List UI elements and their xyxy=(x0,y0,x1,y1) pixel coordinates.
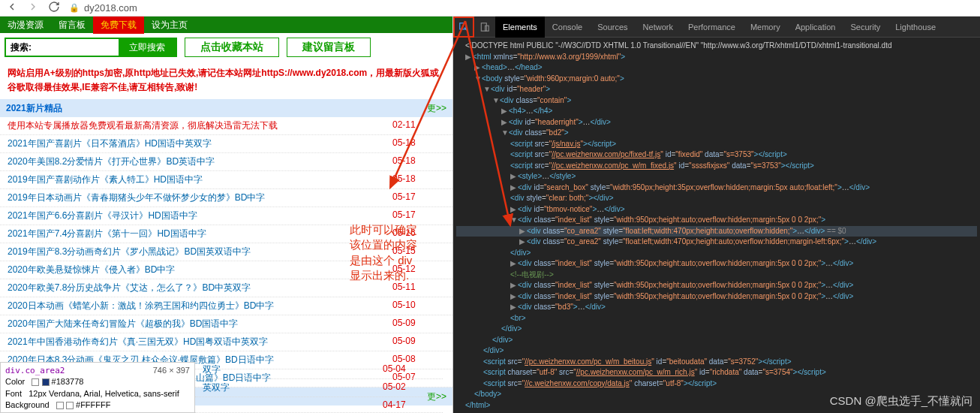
movie-title: 2021年中国香港动作奇幻片《真·三国无双》HD国粤双语中英双字 xyxy=(8,336,268,348)
devtools-tabs: ElementsConsoleSourcesNetworkPerformance… xyxy=(453,17,980,38)
page-content: 动漫资源 留言板 免费下载 设为主页 搜索: 立即搜索 点击收藏本站 建议留言板… xyxy=(0,17,453,413)
section-title: 2021新片精品 xyxy=(6,102,62,115)
movie-date: 05-09 xyxy=(392,336,445,348)
movie-date: 05-02 xyxy=(383,381,435,394)
movie-title: 2021年国产喜剧片《日不落酒店》HD国语中英双字 xyxy=(8,137,212,150)
list-item[interactable]: 双字05-04 xyxy=(195,361,443,379)
movie-title: 2021年国产7.4分喜剧片《第十一回》HD国语中字 xyxy=(8,228,206,240)
movie-date: 05-17 xyxy=(392,191,445,204)
list-item[interactable]: 2020日本动画《蜡笔小新：激战！涂鸦王国和约四位勇士》BD中字05-10 xyxy=(0,297,452,315)
reload-icon[interactable] xyxy=(48,1,60,15)
list-item[interactable]: 2020年美国8.2分爱情片《打开心世界》BD英语中字05-18 xyxy=(0,153,452,171)
movie-date: 05-17 xyxy=(392,210,445,222)
devtools-tab-sources[interactable]: Sources xyxy=(590,17,635,38)
movie-date: 05-10 xyxy=(392,300,445,312)
color-swatch-icon xyxy=(42,378,50,386)
movie-title: 双字 xyxy=(203,363,221,376)
dom-tree[interactable]: <!DOCTYPE html PUBLIC "-//W3C//DTD XHTML… xyxy=(453,38,980,413)
movie-title: 2020年欧美悬疑惊悚片《侵入者》BD中字 xyxy=(8,264,175,276)
movie-date: 04-17 xyxy=(383,399,435,410)
movie-title: 2020年欧美7.8分历史战争片《艾达，怎么了？》BD中英双字 xyxy=(8,282,251,294)
search-label: 搜索: xyxy=(6,40,36,56)
list-item[interactable]: 2020年国产大陆来任奇幻冒险片《超极的我》BD国语中字05-09 xyxy=(0,315,452,333)
url-text: dy2018.com xyxy=(84,2,137,14)
movie-date: 05-18 xyxy=(392,137,445,150)
suggest-button[interactable]: 建议留言板 xyxy=(287,38,371,57)
forward-icon[interactable] xyxy=(27,1,39,15)
white-swatch-icon xyxy=(66,402,74,409)
device-toolbar-icon[interactable] xyxy=(474,17,495,38)
devtools-tab-memory[interactable]: Memory xyxy=(743,17,788,38)
top-nav: 动漫资源 留言板 免费下载 设为主页 xyxy=(0,17,452,33)
inspect-element-icon[interactable] xyxy=(453,17,474,38)
nav-free[interactable]: 免费下载 xyxy=(93,17,144,34)
movie-date: 02-11 xyxy=(392,119,445,132)
https-notice: 网站启用A+级别的https加密,原http地址已失效,请记住本站网址httpS… xyxy=(0,62,452,99)
list-item[interactable]: 使用本站专属播放器免费观看最新高清资源，彻底解决迅雷无法下载02-11 xyxy=(0,117,452,135)
nav-anime[interactable]: 动漫资源 xyxy=(0,19,51,32)
movie-title: 2020年美国8.2分爱情片《打开心世界》BD英语中字 xyxy=(8,155,215,168)
devtools-tab-lighthouse[interactable]: Lighthouse xyxy=(888,17,943,38)
search-box: 搜索: 立即搜索 xyxy=(5,38,177,57)
devtools-tab-performance[interactable]: Performance xyxy=(681,17,743,38)
movie-title: 使用本站专属播放器免费观看最新高清资源，彻底解决迅雷无法下载 xyxy=(8,119,278,132)
list-item[interactable]: 2021年国产喜剧片《日不落酒店》HD国语中英双字05-18 xyxy=(0,135,452,153)
back-icon[interactable] xyxy=(6,1,18,15)
address-bar[interactable]: 🔒 dy2018.com xyxy=(69,2,137,14)
nav-home[interactable]: 设为主页 xyxy=(144,19,195,32)
devtools-tab-security[interactable]: Security xyxy=(843,17,888,38)
svg-rect-1 xyxy=(481,23,486,31)
nav-board[interactable]: 留言板 xyxy=(51,19,93,32)
search-input[interactable] xyxy=(36,39,119,56)
movie-title: 2020日本动画《蜡笔小新：激战！涂鸦王国和约四位勇士》BD中字 xyxy=(8,300,274,312)
list-item[interactable]: 2019年国产喜剧动作片《素人特工》HD国语中字05-18 xyxy=(0,171,452,189)
list-item[interactable]: 2021年中国香港动作奇幻片《真·三国无双》HD国粤双语中英双字05-09 xyxy=(0,333,452,351)
list-item[interactable]: 04-17 xyxy=(195,397,443,413)
movie-date: 05-11 xyxy=(392,282,445,294)
annotation-text: 此时可以确定该位置的内容是由这个 div显示出来的. xyxy=(350,222,417,283)
movie-title: 英双字 xyxy=(203,381,230,394)
movie-date: 05-18 xyxy=(392,173,445,186)
more-link[interactable]: 更>> xyxy=(427,102,446,115)
devtools-panel: ElementsConsoleSourcesNetworkPerformance… xyxy=(453,17,980,413)
movie-date: 05-09 xyxy=(392,318,445,330)
movie-title: 2019年国产8.3分动画奇幻片《罗小黑战记》BD国英双语中字 xyxy=(8,246,251,258)
devtools-styles-panel: div.co_area2 746 × 397 Color #183778 Fon… xyxy=(0,362,195,413)
movie-title: 2019年日本动画片《青春期猪头少年不做怀梦少女的梦》BD中字 xyxy=(8,191,265,204)
devtools-tab-elements[interactable]: Elements xyxy=(495,17,545,38)
devtools-tab-application[interactable]: Application xyxy=(788,17,843,38)
movie-title: 2021年国产6.6分喜剧片《寻汉计》HD国语中字 xyxy=(8,210,197,222)
style-dimensions: 746 × 397 xyxy=(153,365,190,376)
movie-title: 2020年国产大陆来任奇幻冒险片《超极的我》BD国语中字 xyxy=(8,318,238,330)
browser-toolbar: 🔒 dy2018.com xyxy=(0,0,980,17)
devtools-tab-network[interactable]: Network xyxy=(636,17,681,38)
movie-list-2: 双字05-04英双字05-0204-17 xyxy=(195,361,443,413)
style-selector: div.co_area2 xyxy=(5,366,65,375)
section-header: 2021新片精品 更>> xyxy=(0,99,452,117)
search-button[interactable]: 立即搜索 xyxy=(119,38,176,57)
favorite-button[interactable]: 点击收藏本站 xyxy=(185,38,279,57)
devtools-tab-console[interactable]: Console xyxy=(545,17,590,38)
lock-icon: 🔒 xyxy=(69,3,80,13)
watermark: CSDN @爬虫选手_不懂就问 xyxy=(830,394,972,408)
movie-date: 05-18 xyxy=(392,155,445,168)
movie-date: 05-04 xyxy=(383,363,435,376)
list-item[interactable]: 2019年日本动画片《青春期猪头少年不做怀梦少女的梦》BD中字05-17 xyxy=(0,189,452,207)
search-row: 搜索: 立即搜索 点击收藏本站 建议留言板 xyxy=(0,33,452,62)
movie-title: 2019年国产喜剧动作片《素人特工》HD国语中字 xyxy=(8,173,203,186)
list-item[interactable]: 英双字05-02 xyxy=(195,379,443,397)
